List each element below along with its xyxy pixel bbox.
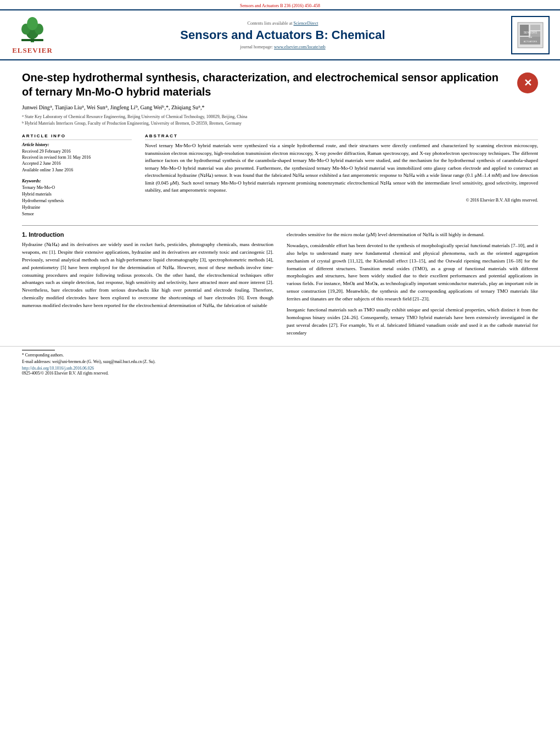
elsevier-logo: ELSEVIER bbox=[8, 15, 57, 55]
intro-right-col: electrodes sensitive for the micro molar… bbox=[287, 231, 538, 341]
journal-title-block: Contents lists available at ScienceDirec… bbox=[57, 21, 508, 49]
received-date: Received 29 February 2016 bbox=[22, 148, 132, 154]
intro-right-text1: electrodes sensitive for the micro molar… bbox=[287, 231, 538, 239]
svg-text:and: and bbox=[529, 36, 533, 38]
sciencedirect-notice: Contents lists available at ScienceDirec… bbox=[57, 21, 508, 26]
article-footer: * Corresponding authors. E-mail addresse… bbox=[0, 346, 560, 379]
journal-homepage: journal homepage: www.elsevier.com/locat… bbox=[57, 44, 508, 49]
authors: Junwei Dingᵃ, Tianjiao Liuᵃ, Wei Sunᵃ, J… bbox=[22, 104, 538, 110]
article-info-label: ARTICLE INFO bbox=[22, 133, 132, 140]
keyword-4: Hydrazine bbox=[22, 204, 132, 211]
copyright: © 2016 Elsevier B.V. All rights reserved… bbox=[145, 198, 538, 203]
article-title: One-step hydrothermal synthesis, charact… bbox=[22, 70, 512, 99]
svg-rect-7 bbox=[520, 25, 529, 36]
keywords-block: Keywords: Ternary Mn-Mo-O Hybrid materia… bbox=[22, 178, 132, 217]
sensors-badge-image: SENSORS and ACTUATORS bbox=[517, 21, 544, 49]
intro-left-text: Hydrazine (N₂H₄) and its derivatives are… bbox=[22, 241, 273, 310]
intro-right-text3: Inorganic functional materials such as T… bbox=[287, 306, 538, 337]
intro-right-text2: Nowadays, considerable effort has been d… bbox=[287, 242, 538, 304]
abstract-col: ABSTRACT Novel ternary Mn-Mo-O hybrid ma… bbox=[145, 133, 538, 217]
journal-reference: Sensors and Actuators B 236 (2016) 450–4… bbox=[0, 0, 560, 9]
svg-text:SENSORS: SENSORS bbox=[524, 31, 537, 34]
sensors-badge: SENSORS and ACTUATORS bbox=[511, 16, 550, 54]
introduction-section: 1. Introduction Hydrazine (N₂H₄) and its… bbox=[22, 231, 538, 341]
section-divider bbox=[22, 225, 538, 226]
keyword-2: Hybrid materials bbox=[22, 191, 132, 198]
homepage-link[interactable]: www.elsevier.com/locate/snb bbox=[274, 44, 326, 49]
keyword-3: Hydrothermal synthesis bbox=[22, 198, 132, 204]
article-history: Article history: Received 29 February 20… bbox=[22, 142, 132, 173]
svg-text:ACTUATORS: ACTUATORS bbox=[524, 40, 537, 43]
email-label: E-mail addresses: bbox=[22, 359, 51, 364]
crossmark-icon: ✕ bbox=[517, 72, 538, 93]
affiliation-a: ᵃ State Key Laboratory of Chemical Resou… bbox=[22, 114, 538, 120]
received-revised-date: Received in revised form 31 May 2016 bbox=[22, 154, 132, 160]
issn: 0925-4005/© 2016 Elsevier B.V. All right… bbox=[22, 371, 538, 376]
available-date: Available online 3 June 2016 bbox=[22, 167, 132, 173]
article-body: One-step hydrothermal synthesis, charact… bbox=[0, 60, 560, 346]
email-addresses: E-mail addresses: wei@uni-bremen.de (G. … bbox=[22, 359, 538, 364]
svg-point-4 bbox=[27, 17, 38, 30]
accepted-date: Accepted 2 June 2016 bbox=[22, 160, 132, 166]
svg-rect-8 bbox=[530, 25, 540, 30]
article-info-col: ARTICLE INFO Article history: Received 2… bbox=[22, 133, 132, 217]
journal-name: Sensors and Actuators B: Chemical bbox=[57, 28, 508, 42]
email-values: wei@uni-bremen.de (G. Wei), suzq@mail.bu… bbox=[52, 359, 155, 364]
affiliations: ᵃ State Key Laboratory of Chemical Resou… bbox=[22, 114, 538, 127]
keyword-5: Sensor bbox=[22, 211, 132, 217]
affiliation-b: ᵇ Hybrid Materials Interfaces Group, Fac… bbox=[22, 120, 538, 127]
abstract-text: Novel ternary Mn-Mo-O hybrid materials w… bbox=[145, 142, 538, 194]
title-section: One-step hydrothermal synthesis, charact… bbox=[22, 70, 538, 99]
info-abstract-section: ARTICLE INFO Article history: Received 2… bbox=[22, 133, 538, 217]
doi-link[interactable]: http://dx.doi.org/10.1016/j.snb.2016.06.… bbox=[22, 366, 538, 371]
history-label: Article history: bbox=[22, 142, 132, 147]
journal-header: ELSEVIER Contents lists available at Sci… bbox=[0, 9, 560, 60]
intro-left-col: 1. Introduction Hydrazine (N₂H₄) and its… bbox=[22, 231, 273, 341]
corresponding-authors-note: * Corresponding authors. bbox=[22, 353, 538, 358]
crossmark-badge: ✕ bbox=[517, 72, 538, 93]
sensors-logo: SENSORS and ACTUATORS bbox=[508, 16, 552, 54]
svg-rect-5 bbox=[21, 39, 43, 41]
keywords-label: Keywords: bbox=[22, 178, 132, 183]
sciencedirect-link[interactable]: ScienceDirect bbox=[294, 21, 318, 26]
intro-heading: 1. Introduction bbox=[22, 231, 273, 238]
keyword-1: Ternary Mn-Mo-O bbox=[22, 185, 132, 191]
elsevier-wordmark: ELSEVIER bbox=[12, 46, 53, 55]
elsevier-tree-icon bbox=[16, 15, 49, 45]
abstract-label: ABSTRACT bbox=[145, 133, 538, 140]
